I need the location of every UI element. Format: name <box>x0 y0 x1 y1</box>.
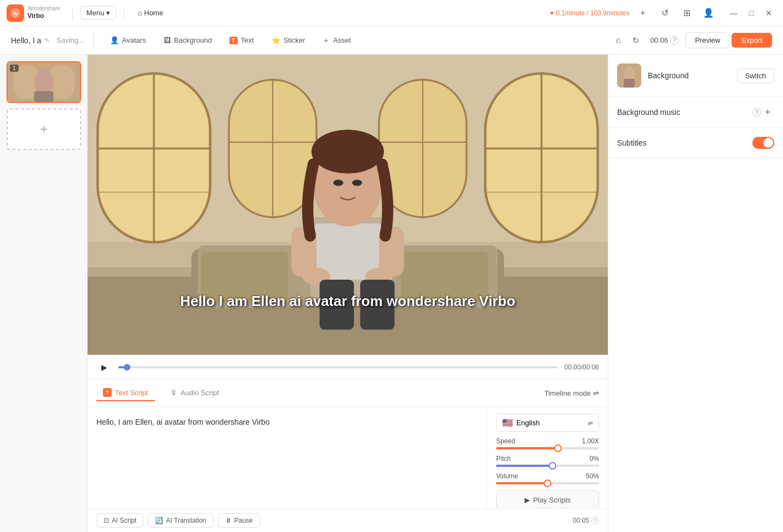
edit-icon[interactable]: ✎ <box>44 37 50 44</box>
add-slide-button[interactable]: + <box>7 108 81 150</box>
redo-button[interactable]: ↻ <box>629 33 644 48</box>
pause-button[interactable]: ⏸ Pause <box>218 513 260 528</box>
menu-button[interactable]: Menu ▾ <box>80 6 117 20</box>
script-text-area[interactable]: Hello, I am Ellen, ai avatar from wonder… <box>88 407 487 508</box>
footer-help-icon[interactable]: ? <box>591 517 599 524</box>
microphone-icon: 🎙 <box>170 389 177 397</box>
subtitle-text: Hello I am Ellen ai avatar from wondersh… <box>140 291 556 311</box>
close-button[interactable]: ✕ <box>761 5 776 21</box>
playback-bar: ▶ 00:00/00:06 <box>88 355 608 379</box>
avatars-label: Avatars <box>122 36 146 44</box>
text-tool[interactable]: T Text <box>222 33 262 48</box>
sticker-icon: ⭐ <box>272 36 280 44</box>
undo-icon[interactable]: ↺ <box>656 4 673 22</box>
volume-handle[interactable] <box>544 479 551 487</box>
right-panel-header: Background Switch <box>608 55 783 97</box>
account-icon[interactable]: 👤 <box>700 4 717 22</box>
progress-bar[interactable] <box>118 366 558 368</box>
undo-redo-controls: ⎌ ↻ <box>611 33 644 48</box>
flag-icon: 🇺🇸 <box>502 418 513 428</box>
saving-status: Saving... <box>56 36 84 44</box>
pitch-value: 0% <box>590 455 599 462</box>
ai-translation-button[interactable]: 🔄 AI Translation <box>148 513 213 528</box>
subtitles-label: Subtitles <box>617 138 752 147</box>
subtitles-section: Subtitles <box>608 128 783 158</box>
timeline-mode-icon: ⇌ <box>593 389 599 397</box>
switch-button[interactable]: Switch <box>737 68 774 83</box>
audio-script-tab[interactable]: 🎙 Audio Script <box>164 385 226 401</box>
bg-music-help-icon[interactable]: ? <box>752 108 761 117</box>
svg-point-5 <box>34 70 54 95</box>
text-script-tab[interactable]: T Text Script <box>96 385 155 401</box>
slide-1[interactable]: 1 <box>7 61 81 103</box>
asset-label: Asset <box>333 36 351 44</box>
bg-music-add-button[interactable]: + <box>761 106 774 119</box>
export-button[interactable]: Export <box>732 33 772 48</box>
ai-script-icon: ⊡ <box>103 517 109 524</box>
preview-button[interactable]: Preview <box>686 32 729 48</box>
brand-name: Wondershare Virbo <box>27 5 60 20</box>
background-label: Background <box>648 71 730 80</box>
svg-point-45 <box>352 180 362 186</box>
bg-music-section: Background music ? + <box>608 97 783 128</box>
footer-time: 00:05 ? <box>573 517 599 524</box>
ai-translation-icon: 🔄 <box>155 517 163 524</box>
pitch-slider-row: Pitch 0% <box>496 455 599 467</box>
undo-button[interactable]: ⎌ <box>611 33 626 48</box>
slide-number-1: 1 <box>10 65 19 72</box>
svg-point-49 <box>624 67 635 80</box>
play-scripts-button[interactable]: ▶ Play Scripts <box>496 490 599 508</box>
background-tool[interactable]: 🖼 Background <box>156 33 220 48</box>
script-panel: T Text Script 🎙 Audio Script Timeline mo… <box>88 379 608 532</box>
help-icon[interactable]: ? <box>670 36 679 45</box>
asset-icon: ＋ <box>323 36 330 45</box>
language-label: English <box>516 419 540 427</box>
main-layout: 1 + <box>0 55 783 532</box>
pitch-handle[interactable] <box>549 462 556 470</box>
text-label: Text <box>241 36 254 44</box>
toggle-knob <box>763 138 773 148</box>
subtitles-toggle[interactable] <box>752 137 774 149</box>
topbar-divider-2 <box>124 7 124 20</box>
pause-icon: ⏸ <box>225 517 232 524</box>
lang-arrows-icon: ⇌ <box>588 419 593 427</box>
asset-tool[interactable]: ＋ Asset <box>315 32 359 49</box>
play-button[interactable]: ▶ <box>96 360 112 375</box>
play-scripts-label: Play Scripts <box>533 496 571 504</box>
heart-icon: ♥ <box>550 9 554 17</box>
menu-label: Menu <box>87 9 105 17</box>
add-button[interactable]: + <box>634 4 652 22</box>
volume-fill <box>496 482 548 484</box>
project-name: Hello, I a ✎ <box>11 36 50 45</box>
grid-icon[interactable]: ⊞ <box>678 4 695 22</box>
speed-track[interactable] <box>496 447 599 449</box>
pitch-label: Pitch <box>496 455 511 462</box>
maximize-button[interactable]: □ <box>744 5 759 21</box>
ai-script-button[interactable]: ⊡ AI Script <box>96 513 143 528</box>
minimize-button[interactable]: — <box>726 5 741 21</box>
home-icon: ⌂ <box>137 9 142 17</box>
background-icon: 🖼 <box>164 36 171 44</box>
speed-handle[interactable] <box>554 444 562 452</box>
usage-info: ♥ 0.1minute / 103.9minutes <box>550 9 630 17</box>
topbar: W Wondershare Virbo Menu ▾ ⌂ Home ♥ 0.1m… <box>0 0 783 26</box>
svg-rect-50 <box>624 79 635 88</box>
sticker-tool[interactable]: ⭐ Sticker <box>264 33 313 48</box>
center-panel: Hello I am Ellen ai avatar from wondersh… <box>88 55 608 532</box>
timeline-mode-label: Timeline mode <box>544 389 591 397</box>
timeline-mode-toggle[interactable]: Timeline mode ⇌ <box>544 389 599 397</box>
home-button[interactable]: ⌂ Home <box>132 7 169 19</box>
audio-script-label: Audio Script <box>181 389 219 397</box>
progress-thumb[interactable] <box>124 364 130 371</box>
script-controls: 🇺🇸 English ⇌ Speed 1.00X <box>487 407 608 508</box>
chevron-down-icon: ▾ <box>106 9 110 17</box>
avatars-tool[interactable]: 👤 Avatars <box>102 33 154 48</box>
text-icon: T <box>229 37 238 44</box>
pitch-track[interactable] <box>496 465 599 467</box>
language-selector[interactable]: 🇺🇸 English ⇌ <box>496 414 599 432</box>
bg-music-label: Background music <box>617 108 750 117</box>
duration-display: 00:06 ? <box>646 34 684 47</box>
volume-track[interactable] <box>496 482 599 484</box>
window-controls: — □ ✕ <box>726 5 776 21</box>
background-thumbnail <box>617 63 641 88</box>
